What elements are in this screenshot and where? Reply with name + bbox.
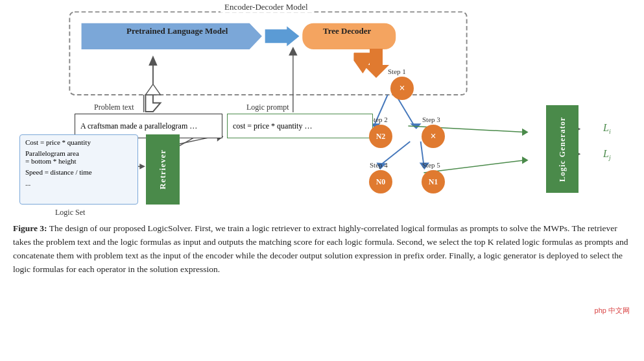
step1-node: ×: [390, 77, 414, 100]
svg-marker-5: [145, 84, 160, 95]
logic-set-item-5: ...: [25, 179, 132, 187]
step4-node: N0: [369, 170, 392, 193]
svg-marker-17: [410, 123, 421, 129]
svg-marker-4: [145, 95, 160, 112]
orange-down-arrow: [363, 49, 389, 78]
output-lj: Lj: [603, 148, 611, 161]
step3-label: Step 3: [422, 116, 440, 123]
tree-decoder-label: Tree Decoder: [323, 26, 371, 36]
figure-number: Figure 3:: [13, 223, 47, 233]
plm-label: Pretrained Language Model: [126, 26, 228, 36]
logic-prompt-box: cost = price * quantity …: [227, 114, 373, 138]
svg-marker-23: [522, 129, 529, 136]
encoder-decoder-label: Encoder-Decoder Model: [221, 2, 312, 12]
step3-node: ×: [422, 125, 445, 148]
step1-label: Step 1: [388, 68, 406, 75]
logic-set-item-3: = bottom * height: [25, 157, 132, 165]
logic-generator-label: Logic Generator: [558, 117, 567, 182]
svg-marker-33: [363, 49, 389, 78]
problem-text-label: Problem text: [94, 103, 134, 112]
retriever-label: Retriever: [158, 149, 168, 190]
svg-marker-25: [522, 156, 529, 164]
diagram-area: Pretrained Language Model Tree Decoder E…: [13, 6, 631, 214]
retriever-box: Retriever: [146, 134, 180, 205]
logic-prompt-value: cost = price * quantity …: [233, 121, 312, 131]
figure-caption: Figure 3: The design of our proposed Log…: [13, 222, 631, 277]
logic-set-box: Cost = price * quantity Parallelogram ar…: [19, 134, 138, 205]
step4-label: Step 4: [370, 161, 388, 169]
caption-text: The design of our proposed LogicSolver. …: [13, 223, 628, 274]
logic-set-label: Logic Set: [55, 208, 85, 218]
logic-prompt-label: Logic prompt: [246, 103, 289, 112]
logic-set-item-2: Parallelogram area: [25, 149, 132, 157]
logic-generator-box: Logic Generator: [546, 105, 578, 193]
watermark: php 中文网: [595, 306, 630, 316]
logic-set-item-4: Speed = distance / time: [25, 168, 132, 176]
step2-node: N2: [369, 125, 392, 148]
svg-marker-7: [149, 56, 157, 66]
step5-node: N1: [422, 170, 445, 193]
step5-label: Step 5: [422, 161, 440, 169]
svg-marker-31: [289, 47, 297, 55]
svg-marker-2: [265, 26, 300, 46]
problem-text-value: A craftsman made a parallelogram …: [80, 121, 197, 131]
output-li: Li: [603, 122, 611, 135]
logic-set-item-1: Cost = price * quantity: [25, 138, 132, 146]
